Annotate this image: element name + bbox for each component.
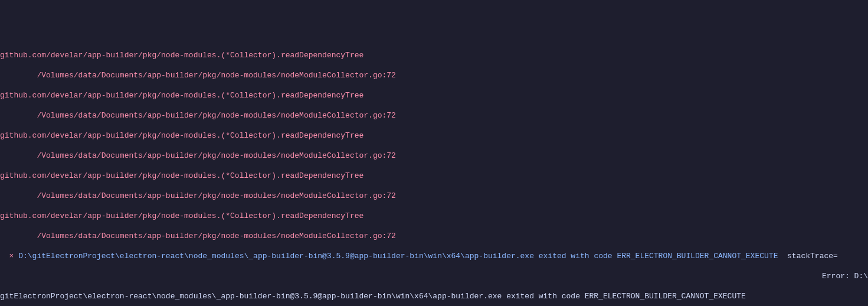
builder-error-line: × D:\gitElectronProject\electron-react\n…: [0, 251, 868, 261]
wrap-line-1: gitElectronProject\electron-react\node_m…: [0, 291, 868, 301]
builder-exit-msg: D:\gitElectronProject\electron-react\nod…: [18, 252, 778, 261]
error-label: Error: D:\: [822, 271, 868, 281]
terminal-output: github.com/develar/app-builder/pkg/node-…: [0, 40, 868, 306]
stack-path: /Volumes/data/Documents/app-builder/pkg/…: [0, 191, 868, 201]
stack-fn: github.com/develar/app-builder/pkg/node-…: [0, 211, 868, 221]
stacktrace-label: stackTrace=: [778, 252, 837, 261]
stack-path: /Volumes/data/Documents/app-builder/pkg/…: [0, 110, 868, 121]
stack-fn: github.com/develar/app-builder/pkg/node-…: [0, 90, 868, 100]
error-x-icon: ×: [0, 252, 18, 261]
stack-path: /Volumes/data/Documents/app-builder/pkg/…: [0, 231, 868, 241]
stack-fn: github.com/develar/app-builder/pkg/node-…: [0, 131, 868, 141]
stack-fn: github.com/develar/app-builder/pkg/node-…: [0, 171, 868, 181]
stack-path: /Volumes/data/Documents/app-builder/pkg/…: [0, 151, 868, 161]
error-label-line: Error: D:\: [0, 271, 868, 281]
stack-fn: github.com/develar/app-builder/pkg/node-…: [0, 50, 868, 60]
stack-path: /Volumes/data/Documents/app-builder/pkg/…: [0, 70, 868, 80]
